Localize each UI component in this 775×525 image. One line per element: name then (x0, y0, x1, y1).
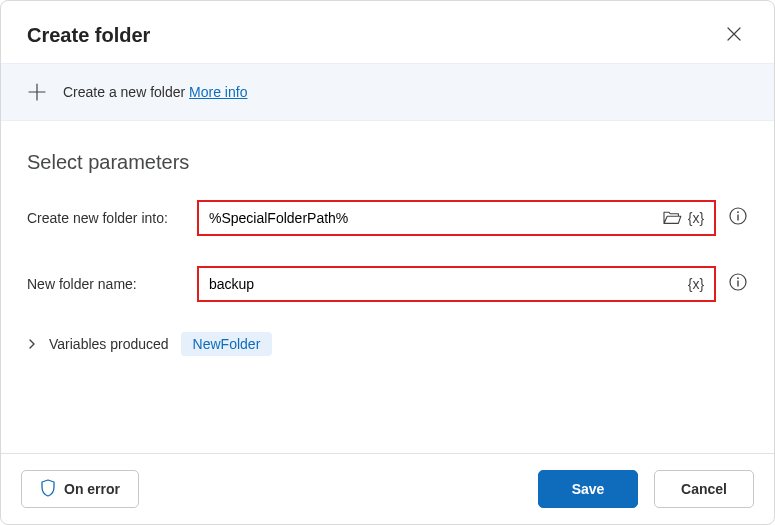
info-into-button[interactable] (728, 208, 748, 228)
close-button[interactable] (720, 21, 748, 49)
variable-picker-name-button[interactable]: {x} (684, 272, 708, 296)
svg-rect-2 (737, 215, 738, 221)
svg-point-1 (737, 211, 739, 213)
field-row-into: Create new folder into: {x} (27, 200, 748, 236)
section-title: Select parameters (27, 151, 748, 174)
variable-icon: {x} (688, 276, 704, 292)
label-name: New folder name: (27, 276, 197, 292)
input-into[interactable] (209, 210, 660, 226)
folder-open-icon (662, 209, 682, 228)
field-row-name: New folder name: {x} (27, 266, 748, 302)
plus-icon (27, 82, 47, 102)
hint-text: Create a new folder More info (63, 84, 247, 100)
cancel-button[interactable]: Cancel (654, 470, 754, 508)
variable-picker-into-button[interactable]: {x} (684, 206, 708, 230)
chevron-right-icon (27, 339, 37, 349)
dialog-title: Create folder (27, 24, 150, 47)
dialog-footer: On error Save Cancel (1, 453, 774, 524)
variable-icon: {x} (688, 210, 704, 226)
svg-rect-5 (737, 281, 738, 287)
svg-point-4 (737, 277, 739, 279)
variables-produced-row[interactable]: Variables produced NewFolder (27, 332, 748, 356)
info-name-button[interactable] (728, 274, 748, 294)
variables-produced-label: Variables produced (49, 336, 169, 352)
input-into-wrap[interactable]: {x} (197, 200, 716, 236)
close-icon (727, 27, 741, 44)
on-error-button[interactable]: On error (21, 470, 139, 508)
create-folder-dialog: Create folder Create a new folder More i… (0, 0, 775, 525)
input-name-wrap[interactable]: {x} (197, 266, 716, 302)
more-info-link[interactable]: More info (189, 84, 247, 100)
input-name[interactable] (209, 276, 684, 292)
label-into: Create new folder into: (27, 210, 197, 226)
hint-text-label: Create a new folder (63, 84, 189, 100)
on-error-label: On error (64, 481, 120, 497)
dialog-header: Create folder (1, 1, 774, 63)
shield-icon (40, 479, 56, 500)
info-icon (729, 273, 747, 295)
browse-folder-button[interactable] (660, 206, 684, 230)
hint-bar: Create a new folder More info (1, 63, 774, 121)
info-icon (729, 207, 747, 229)
dialog-body: Select parameters Create new folder into… (1, 121, 774, 453)
save-button[interactable]: Save (538, 470, 638, 508)
variable-chip-newfolder[interactable]: NewFolder (181, 332, 273, 356)
